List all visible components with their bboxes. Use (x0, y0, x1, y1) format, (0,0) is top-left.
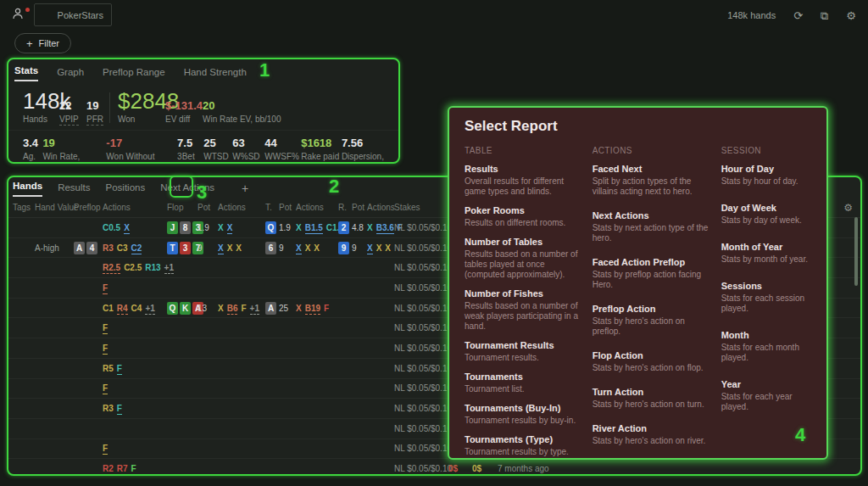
report-item-faced-action-preflop[interactable]: Faced Action PreflopStats by preflop act… (593, 257, 711, 290)
action-token[interactable]: C1 (103, 304, 114, 313)
tab-stats[interactable]: Stats (14, 65, 38, 81)
action-token[interactable]: X (305, 243, 311, 253)
action-token[interactable]: F (241, 304, 246, 313)
settings-icon[interactable]: ⚙ (846, 10, 856, 21)
report-item-sessions[interactable]: SessionsStats for each session played. (721, 281, 811, 314)
column-header-actions[interactable]: Actions (367, 203, 394, 212)
action-token[interactable]: F (103, 323, 108, 334)
action-token[interactable]: R4 (117, 304, 128, 315)
action-token[interactable]: F (324, 304, 329, 313)
action-token[interactable]: B1.5 (305, 223, 323, 234)
report-item-tournaments-type-[interactable]: Tournaments (Type)Tournament results by … (465, 434, 579, 457)
action-token[interactable]: X (367, 223, 373, 232)
action-token[interactable]: +1 (250, 304, 259, 315)
tab-positions[interactable]: Positions (106, 182, 146, 197)
action-token[interactable]: X (227, 223, 233, 234)
report-item-results[interactable]: ResultsOverall results for different gam… (465, 164, 579, 197)
action-token[interactable]: X (296, 243, 302, 254)
action-token[interactable]: B6 (227, 304, 238, 315)
column-header-preflop[interactable]: Preflop (74, 203, 103, 212)
action-token[interactable]: X (367, 243, 373, 254)
action-token[interactable]: C2.5 (124, 263, 142, 272)
player-icon[interactable] (12, 7, 29, 24)
action-token[interactable]: X (218, 243, 224, 254)
report-item-tournaments[interactable]: TournamentsTournament list. (465, 371, 579, 394)
report-item-tournament-results[interactable]: Tournament ResultsTournament results. (465, 340, 579, 363)
report-item-faced-next[interactable]: Faced NextSplit by action types of the v… (593, 164, 711, 197)
report-item-month-of-year[interactable]: Month of YearStats by month of year. (721, 242, 811, 265)
column-header-t[interactable]: T. (265, 203, 279, 212)
column-header-stakes[interactable]: Stakes (394, 203, 448, 212)
column-header-tags[interactable]: Tags (13, 203, 35, 212)
column-header-actions[interactable]: Actions (103, 203, 167, 212)
report-item-number-of-fishes[interactable]: Number of FishesResults based on a numbe… (465, 288, 579, 332)
table-row[interactable]: R2R7FNL $0.05/$0.100$0$7 months ago (8, 459, 860, 476)
column-header-r[interactable]: R. (338, 203, 352, 212)
refresh-icon[interactable]: ⟳ (793, 10, 803, 21)
action-token[interactable]: F (131, 464, 136, 475)
action-token[interactable]: F (103, 383, 108, 394)
column-header-pot[interactable]: Pot (352, 203, 367, 212)
action-token[interactable]: B3.6 (376, 223, 394, 234)
report-item-flop-action[interactable]: Flop ActionStats by hero's action on flo… (593, 350, 711, 373)
action-token[interactable]: X (236, 243, 242, 253)
report-item-turn-action[interactable]: Turn ActionStats by hero's action on tur… (593, 387, 711, 410)
action-token[interactable]: X (218, 304, 224, 313)
report-item-number-of-tables[interactable]: Number of TablesResults based on a numbe… (465, 237, 579, 280)
column-header-pot[interactable]: Pot (279, 203, 296, 212)
action-token[interactable]: F (103, 283, 108, 294)
tab-graph[interactable]: Graph (57, 67, 84, 81)
column-header-flop[interactable]: Flop (167, 203, 198, 212)
action-token[interactable]: C3 (117, 243, 128, 253)
action-token[interactable]: X (218, 223, 224, 232)
report-item-river-action[interactable]: River ActionStats by hero's action on ri… (593, 423, 711, 446)
popout-icon[interactable]: ⧉ (821, 10, 828, 21)
action-token[interactable]: X (296, 304, 302, 313)
report-item-year[interactable]: YearStats for each year played. (721, 379, 811, 412)
action-token[interactable]: F (103, 444, 108, 455)
column-header-pot[interactable]: Pot (198, 203, 218, 212)
action-token[interactable]: +1 (164, 263, 174, 274)
report-item-next-actions[interactable]: Next ActionsStats by next action type of… (593, 210, 711, 243)
action-token[interactable]: F (117, 404, 122, 415)
tab-hands[interactable]: Hands (13, 181, 42, 197)
action-token[interactable]: F (103, 344, 108, 355)
report-item-hour-of-day[interactable]: Hour of DayStats by hour of day. (721, 164, 811, 187)
tab-hand-strength[interactable]: Hand Strength (184, 67, 247, 81)
action-token[interactable]: X (376, 243, 382, 253)
stat-label-text[interactable]: 3Bet (177, 152, 195, 163)
report-item-month[interactable]: MonthStats for each month played. (721, 330, 811, 363)
column-header-actions[interactable]: Actions (218, 203, 265, 212)
action-token[interactable]: R7 (117, 464, 128, 473)
action-token[interactable]: X (124, 223, 130, 234)
action-token[interactable]: C0.5 (103, 223, 120, 232)
action-token[interactable]: R5 (103, 364, 114, 373)
action-token[interactable]: X (385, 243, 391, 253)
action-token[interactable]: C4 (131, 304, 142, 313)
stat-label-text[interactable]: VPIP (59, 115, 79, 126)
column-header-actions[interactable]: Actions (296, 203, 338, 212)
action-token[interactable]: R2.5 (103, 263, 120, 274)
action-token[interactable]: R2 (103, 464, 114, 473)
table-settings-icon[interactable]: ⚙ (843, 202, 853, 214)
action-token[interactable]: F (117, 364, 122, 375)
report-item-day-of-week[interactable]: Day of WeekStats by day of week. (721, 203, 811, 226)
tab-results[interactable]: Results (58, 182, 90, 197)
column-header-handvalue[interactable]: Hand Value (35, 203, 74, 212)
action-token[interactable]: R3 (103, 243, 114, 253)
action-token[interactable]: X (227, 243, 233, 253)
action-token[interactable]: B19 (305, 304, 320, 315)
report-item-poker-rooms[interactable]: Poker RoomsResults on different rooms. (465, 205, 579, 228)
add-report-tab-button[interactable]: + (235, 182, 255, 197)
action-token[interactable]: X (314, 243, 320, 253)
tab-preflop-range[interactable]: Preflop Range (103, 67, 165, 81)
report-item-preflop-action[interactable]: Preflop ActionStats by hero's action on … (593, 304, 711, 337)
report-item-tournaments-buy-in-[interactable]: Tournaments (Buy-In)Tournament results b… (465, 403, 579, 426)
action-token[interactable]: R13 (145, 263, 160, 272)
table-scrollbar[interactable] (854, 217, 858, 286)
account-selector[interactable]: PokerStars (34, 3, 112, 26)
filter-button[interactable]: + Filter (14, 33, 71, 53)
action-token[interactable]: +1 (145, 304, 154, 315)
action-token[interactable]: X (296, 223, 302, 232)
action-token[interactable]: R3 (103, 404, 114, 413)
